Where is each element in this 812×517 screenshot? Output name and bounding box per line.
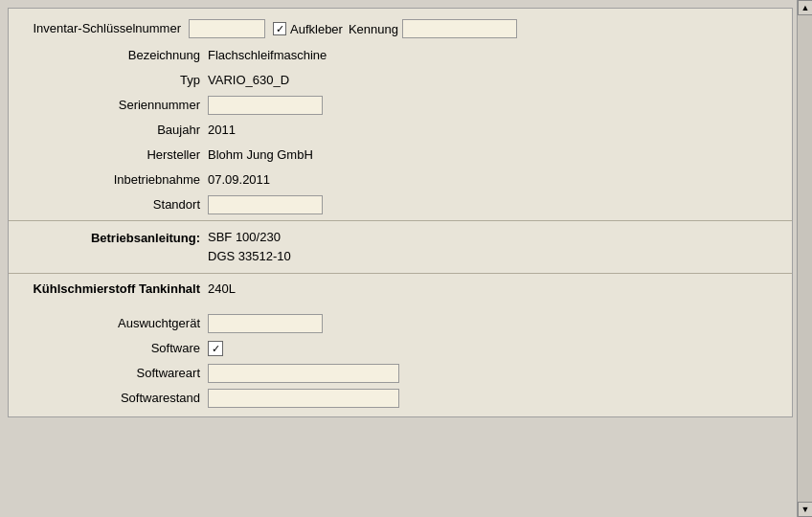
betriebsanleitung-value2: DGS 33512-10 bbox=[208, 247, 291, 266]
softwareart-row: Softwareart bbox=[9, 361, 792, 386]
inbetriebnahme-row: Inbetriebnahme 07.09.2011 bbox=[9, 168, 792, 192]
aufkleber-label: Aufkleber bbox=[290, 22, 343, 36]
bezeichnung-value: Flachschleifmaschine bbox=[208, 45, 327, 66]
aufkleber-checkbox[interactable] bbox=[273, 22, 286, 35]
hersteller-value-cell: Blohm Jung GmbH bbox=[208, 145, 784, 166]
standort-input[interactable] bbox=[208, 195, 323, 214]
typ-value-cell: VARIO_630_D bbox=[208, 70, 784, 91]
auswuchtgeraet-label: Auswuchtgerät bbox=[16, 313, 208, 334]
softwareart-value-cell bbox=[208, 364, 784, 383]
auswuchtgeraet-input[interactable] bbox=[208, 314, 323, 333]
separator-1 bbox=[9, 220, 792, 221]
baujahr-value-cell: 2011 bbox=[208, 120, 784, 141]
inventar-label: Inventar-Schlüsselnummer bbox=[16, 18, 189, 39]
typ-value: VARIO_630_D bbox=[208, 70, 289, 91]
bezeichnung-row: Bezeichnung Flachschleifmaschine bbox=[9, 43, 792, 68]
softwarestand-value-cell bbox=[208, 389, 784, 408]
aufkleber-wrapper: Aufkleber bbox=[273, 22, 343, 36]
softwarestand-label: Softwarestand bbox=[16, 388, 208, 409]
softwareart-label: Softwareart bbox=[16, 363, 208, 384]
betriebsanleitung-value1: SBF 100/230 bbox=[208, 228, 291, 247]
seriennummer-value-cell bbox=[208, 96, 784, 115]
kennung-input[interactable] bbox=[402, 19, 517, 38]
software-checkbox[interactable] bbox=[208, 341, 223, 356]
typ-row: Typ VARIO_630_D bbox=[9, 68, 792, 93]
baujahr-row: Baujahr 2011 bbox=[9, 118, 792, 143]
auswuchtgeraet-value-cell bbox=[208, 314, 784, 333]
hersteller-value: Blohm Jung GmbH bbox=[208, 145, 313, 166]
baujahr-value: 2011 bbox=[208, 120, 236, 141]
betriebsanleitung-values: SBF 100/230 DGS 33512-10 bbox=[208, 226, 291, 268]
separator-2 bbox=[9, 273, 792, 274]
seriennummer-input[interactable] bbox=[208, 96, 323, 115]
bezeichnung-label: Bezeichnung bbox=[16, 45, 208, 66]
software-value-cell bbox=[208, 341, 784, 356]
kuehlschmierstoff-value-cell: 240L bbox=[208, 279, 784, 300]
hersteller-label: Hersteller bbox=[16, 145, 208, 166]
inbetriebnahme-value-cell: 07.09.2011 bbox=[208, 169, 784, 191]
seriennummer-row: Seriennummer bbox=[9, 93, 792, 118]
scrollbar[interactable]: ▲ ▼ bbox=[797, 0, 812, 517]
inbetriebnahme-value: 07.09.2011 bbox=[208, 169, 270, 191]
betriebsanleitung-row: Betriebsanleitung: SBF 100/230 DGS 33512… bbox=[9, 224, 792, 270]
kuehlschmierstoff-label: Kühlschmierstoff Tankinhalt bbox=[16, 279, 208, 300]
softwareart-input[interactable] bbox=[208, 364, 399, 383]
inventar-value-cell: Aufkleber Kennung bbox=[189, 19, 784, 38]
bezeichnung-value-cell: Flachschleifmaschine bbox=[208, 45, 784, 66]
kennung-label: Kennung bbox=[349, 22, 398, 36]
spacer-1 bbox=[9, 302, 792, 311]
kuehlschmierstoff-row: Kühlschmierstoff Tankinhalt 240L bbox=[9, 277, 792, 302]
form-area: Inventar-Schlüsselnummer Aufkleber Kennu… bbox=[8, 8, 793, 417]
auswuchtgeraet-row: Auswuchtgerät bbox=[9, 311, 792, 336]
typ-label: Typ bbox=[16, 70, 208, 91]
kuehlschmierstoff-value: 240L bbox=[208, 279, 236, 300]
baujahr-label: Baujahr bbox=[16, 120, 208, 141]
scroll-track bbox=[798, 15, 812, 502]
inventar-row: Inventar-Schlüsselnummer Aufkleber Kennu… bbox=[9, 14, 792, 43]
betriebsanleitung-value-cell: SBF 100/230 DGS 33512-10 bbox=[208, 226, 784, 268]
software-row: Software bbox=[9, 336, 792, 361]
softwarestand-input[interactable] bbox=[208, 389, 399, 408]
betriebsanleitung-label: Betriebsanleitung: bbox=[16, 226, 208, 249]
inventar-input[interactable] bbox=[189, 19, 265, 38]
standort-label: Standort bbox=[16, 194, 208, 215]
main-container: Inventar-Schlüsselnummer Aufkleber Kennu… bbox=[0, 0, 812, 517]
standort-value-cell bbox=[208, 195, 784, 214]
standort-row: Standort bbox=[9, 192, 792, 217]
softwarestand-row: Softwarestand bbox=[9, 386, 792, 411]
software-label: Software bbox=[16, 338, 208, 359]
scroll-down-button[interactable]: ▼ bbox=[798, 502, 812, 517]
scroll-up-button[interactable]: ▲ bbox=[798, 0, 812, 15]
hersteller-row: Hersteller Blohm Jung GmbH bbox=[9, 143, 792, 168]
inbetriebnahme-label: Inbetriebnahme bbox=[16, 169, 208, 191]
seriennummer-label: Seriennummer bbox=[16, 95, 208, 116]
